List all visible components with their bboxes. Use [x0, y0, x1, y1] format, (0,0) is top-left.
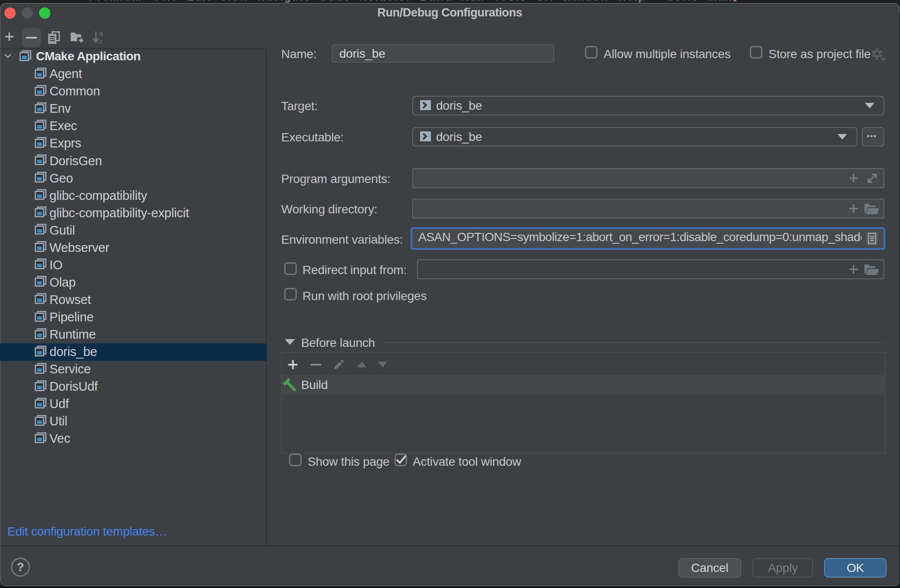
svg-text:z: z [99, 37, 102, 44]
svg-text:a: a [99, 30, 103, 37]
